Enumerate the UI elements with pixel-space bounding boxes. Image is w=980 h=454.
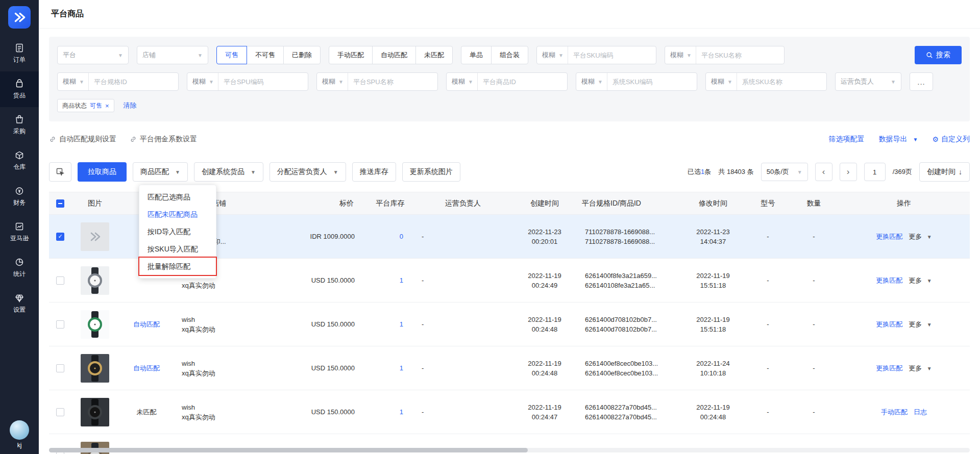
sidebar-item-purchase[interactable]: 采购 [0,107,39,143]
page-size-select[interactable]: 50条/页 ▼ [761,163,808,181]
more-actions-button[interactable]: 更多 ▼ [909,320,932,329]
stock-link[interactable]: 1 [400,320,403,328]
row-checkbox[interactable] [56,364,64,372]
sidebar-item-warehouse[interactable]: 仓库 [0,143,39,179]
change-match-link[interactable]: 更换匹配 [876,232,902,241]
sidebar-item-amazon[interactable]: 亚马逊 [0,214,39,250]
filter-deleted-button[interactable]: 已删除 [283,46,321,64]
system-sku-code-input[interactable] [607,78,697,86]
menu-item-match-unmatched[interactable]: 匹配未匹配商品 [139,206,216,223]
search-button[interactable]: 搜索 [915,46,962,64]
commission-settings-link[interactable]: 平台佣金系数设置 [130,135,197,144]
price-cell: IDR 1009.0000 [264,215,366,259]
menu-item-import-by-sku[interactable]: 按SKU导入匹配 [139,240,216,258]
match-cell: 未匹配 [118,390,175,434]
manual-match-link[interactable]: 手动匹配 [881,408,908,417]
select-all-checkbox[interactable] [56,199,64,208]
change-match-link[interactable]: 更换匹配 [876,276,902,285]
prev-page-button[interactable]: ‹ [815,163,832,181]
platform-sku-name-input[interactable] [696,52,784,59]
sidebar-item-stats[interactable]: 统计 [0,250,39,286]
platform-select[interactable]: 平台 ▼ [57,46,129,64]
platform-sku-code-input[interactable] [568,52,656,59]
more-filters-button[interactable]: ... [910,72,933,91]
clear-filters-link[interactable]: 清除 [124,101,137,110]
fuzzy-mode-select[interactable]: 模糊▼ [576,73,607,90]
close-icon[interactable]: × [105,103,109,109]
avatar[interactable] [10,420,29,440]
quick-links-left: 自动匹配规则设置 平台佣金系数设置 [49,135,197,144]
total-count-text: 共 18403 条 [718,167,753,176]
menu-item-import-by-id[interactable]: 按ID导入匹配 [139,223,216,240]
sidebar-item-label: 仓库 [13,163,26,171]
pull-products-button[interactable]: 拉取商品 [78,162,127,182]
push-stock-button[interactable]: 推送库存 [352,162,396,182]
product-match-dropdown-button[interactable]: 商品匹配 ▼ [133,162,188,182]
filter-single-item-button[interactable]: 单品 [461,46,492,64]
sort-by-created-button[interactable]: 创建时间 ↓ [919,162,970,182]
change-match-link[interactable]: 更换匹配 [876,364,902,373]
shop-select[interactable]: 店铺 ▼ [137,46,208,64]
sidebar-item-finance[interactable]: 财务 [0,179,39,214]
auto-match-link[interactable]: 自动匹配 [133,320,160,328]
filter-config-link[interactable]: 筛选项配置 [829,135,865,144]
update-images-button[interactable]: 更新系统图片 [402,162,460,182]
select-mode-button[interactable] [49,162,71,182]
scrollbar-thumb[interactable] [49,448,528,452]
stock-link[interactable]: 0 [400,233,403,240]
image-header: 图片 [71,192,118,215]
custom-columns-link[interactable]: ⚙ 自定义列 [932,135,970,144]
filter-unmatched-button[interactable]: 未匹配 [415,46,453,64]
owner-select[interactable]: 运营负责人 ▼ [835,72,901,91]
filter-manual-match-button[interactable]: 手动匹配 [329,46,373,64]
platform-spu-name-input[interactable] [348,78,437,86]
filter-bundle-button[interactable]: 组合装 [491,46,528,64]
row-checkbox[interactable] [56,233,64,241]
more-actions-button[interactable]: 更多 ▼ [909,232,932,241]
fuzzy-mode-select[interactable]: 模糊▼ [58,73,89,90]
stock-link[interactable]: 1 [400,408,403,416]
fuzzy-mode-select[interactable]: 模糊 ▼ [665,46,696,64]
sidebar-item-settings[interactable]: 设置 [0,286,39,321]
action-cell: 更换匹配 更多 ▼ [838,215,970,259]
auto-match-link[interactable]: 自动匹配 [133,364,160,372]
system-sku-name-input[interactable] [737,78,826,86]
stock-link[interactable]: 1 [400,364,403,372]
menu-item-match-selected[interactable]: 匹配已选商品 [139,188,216,206]
filter-sellable-button[interactable]: 可售 [216,46,247,64]
app-logo[interactable] [8,6,31,29]
fuzzy-mode-select[interactable]: 模糊 ▼ [537,46,568,64]
assign-owner-button[interactable]: 分配运营负责人 ▼ [270,162,346,182]
sidebar-item-goods[interactable]: 货品 [0,71,39,107]
next-page-button[interactable]: › [840,163,857,181]
shop-cell: wishxq真实勿动 [175,302,264,346]
fuzzy-mode-select[interactable]: 模糊▼ [706,73,737,90]
fuzzy-mode-select[interactable]: 模糊▼ [187,73,218,90]
row-checkbox[interactable] [56,320,64,329]
platform-spu-code-input[interactable] [218,78,308,86]
row-checkbox[interactable] [56,408,64,416]
more-actions-button[interactable]: 更多 ▼ [909,276,932,285]
sidebar-item-orders[interactable]: 订单 [0,36,39,71]
fuzzy-mode-select[interactable]: 模糊▼ [447,73,478,90]
filter-unsellable-button[interactable]: 不可售 [247,46,284,64]
chevron-down-icon: ▼ [891,79,896,85]
spec-cell: 6261400ef8cec0be103...6261400ef8cec0be10… [578,346,680,390]
menu-item-batch-unmatch[interactable]: 批量解除匹配 [139,258,216,275]
filter-auto-match-button[interactable]: 自动匹配 [372,46,416,64]
more-actions-button[interactable]: 更多 ▼ [909,364,932,373]
change-match-link[interactable]: 更换匹配 [876,320,902,329]
fuzzy-mode-select[interactable]: 模糊▼ [317,73,348,90]
data-export-link[interactable]: 数据导出 ▼ [879,135,918,144]
stock-link[interactable]: 1 [400,276,403,284]
shop-select-value: 店铺 [142,51,156,60]
page-number-input[interactable] [864,163,886,181]
auto-match-rules-link[interactable]: 自动匹配规则设置 [49,135,116,144]
platform-item-id-input[interactable] [478,78,567,86]
log-link[interactable]: 日志 [914,408,927,417]
row-checkbox[interactable] [56,276,64,285]
create-system-goods-button[interactable]: 创建系统货品 ▼ [194,162,263,182]
platform-spec-id-input[interactable] [89,78,178,86]
horizontal-scrollbar[interactable] [49,448,970,452]
sale-status-group: 可售 不可售 已删除 [216,46,321,64]
